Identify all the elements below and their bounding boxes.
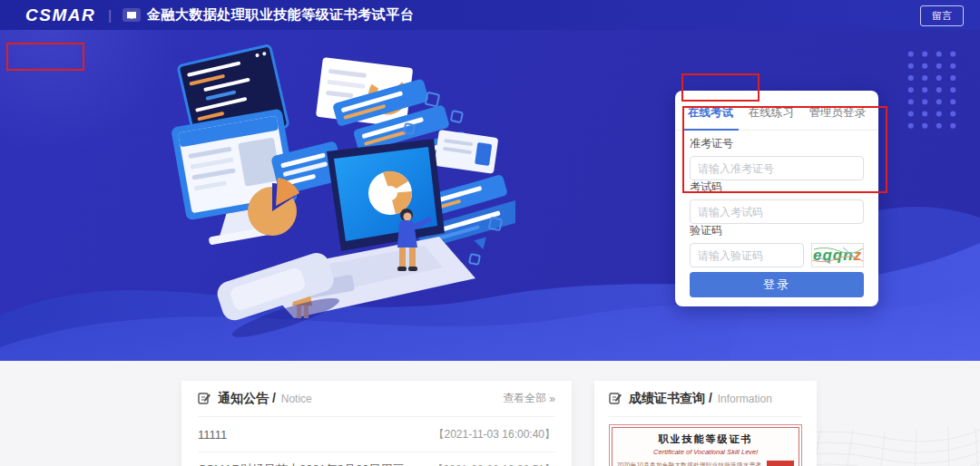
notice-card: 通知公告 / Notice 查看全部 » 11111 【2021-11-03 1… xyxy=(181,381,572,466)
admission-number-input[interactable] xyxy=(690,156,864,180)
notice-icon xyxy=(198,392,211,405)
certificate-heading: 职业技能等级证书 xyxy=(617,432,794,446)
captcha-label: 验证码 xyxy=(690,223,864,238)
message-button[interactable]: 留言 xyxy=(920,5,964,26)
login-card: 在线考试 在线练习 管理员登录 准考证号 考试码 验证码 xyxy=(675,91,878,306)
certificate-body-text: 2020年10月参加金融大数据处理职业技能等级水平考核，成绩合格，特发金融大数据… xyxy=(617,461,761,466)
certificate-subtitle: Information xyxy=(718,393,772,405)
csmar-logo: CSMAR xyxy=(25,5,95,25)
notice-row-title: 11111 xyxy=(198,428,227,442)
notice-card-header: 通知公告 / Notice 查看全部 » xyxy=(198,381,555,417)
certificate-query-card: 成绩证书查询 / Information 职业技能等级证书 Certificat… xyxy=(594,381,817,466)
page: CSMAR | 金融大数据处理职业技能等级证书考试平台 留言 xyxy=(0,0,980,466)
notice-row-time: 【2021-09-22 13:30:51】 xyxy=(433,462,555,466)
tab-online-practice[interactable]: 在线练习 xyxy=(749,105,794,130)
notice-subtitle: Notice xyxy=(281,393,312,405)
certificate-heading-en: Certificate of Vocational Skill Level xyxy=(617,448,794,456)
certificate-photo xyxy=(767,461,794,466)
platform-badge-icon xyxy=(122,8,141,22)
logo-separator: | xyxy=(108,8,112,23)
field-exam-code: 考试码 xyxy=(690,180,864,224)
platform-title: 金融大数据处理职业技能等级证书考试平台 xyxy=(147,6,415,24)
tab-online-exam[interactable]: 在线考试 xyxy=(688,105,733,130)
view-all-link[interactable]: 查看全部 » xyxy=(503,391,555,406)
notice-row-time: 【2021-11-03 16:00:40】 xyxy=(433,427,555,442)
login-tabs: 在线考试 在线练习 管理员登录 xyxy=(675,91,878,131)
dot-grid-decoration xyxy=(904,48,960,131)
admission-number-label: 准考证号 xyxy=(690,136,864,151)
captcha-noise xyxy=(812,244,864,267)
notice-row[interactable]: CSMAR财经早茶丨2021年9月22日周三 【2021-09-22 13:30… xyxy=(198,452,555,466)
chevron-double-icon: » xyxy=(549,393,555,405)
info-section: 通知公告 / Notice 查看全部 » 11111 【2021-11-03 1… xyxy=(0,361,980,466)
exam-code-label: 考试码 xyxy=(690,180,864,195)
notice-title: 通知公告 / xyxy=(218,391,276,407)
field-captcha: 验证码 eqqnz xyxy=(690,223,864,267)
hero-banner: 在线考试 在线练习 管理员登录 准考证号 考试码 验证码 xyxy=(0,30,980,361)
certificate-title: 成绩证书查询 / xyxy=(629,391,712,407)
hero-blob-decoration xyxy=(0,30,181,157)
hero-illustration xyxy=(171,41,515,358)
login-button[interactable]: 登录 xyxy=(690,272,864,297)
certificate-icon xyxy=(609,392,622,405)
right-card-illustration xyxy=(434,130,498,174)
captcha-input[interactable] xyxy=(690,243,804,267)
field-admission-number: 准考证号 xyxy=(690,136,864,180)
notice-row[interactable]: 11111 【2021-11-03 16:00:40】 xyxy=(198,417,555,452)
notice-row-title: CSMAR财经早茶丨2021年9月22日周三 xyxy=(198,461,405,466)
certificate-preview[interactable]: 职业技能等级证书 Certificate of Vocational Skill… xyxy=(609,424,802,466)
captcha-image[interactable]: eqqnz xyxy=(811,243,864,267)
tab-admin-login[interactable]: 管理员登录 xyxy=(809,105,867,130)
certificate-card-header: 成绩证书查询 / Information xyxy=(609,381,802,417)
screen-donut-illustration xyxy=(368,171,412,215)
top-navbar: CSMAR | 金融大数据处理职业技能等级证书考试平台 留言 xyxy=(0,0,980,30)
exam-code-input[interactable] xyxy=(690,199,864,224)
